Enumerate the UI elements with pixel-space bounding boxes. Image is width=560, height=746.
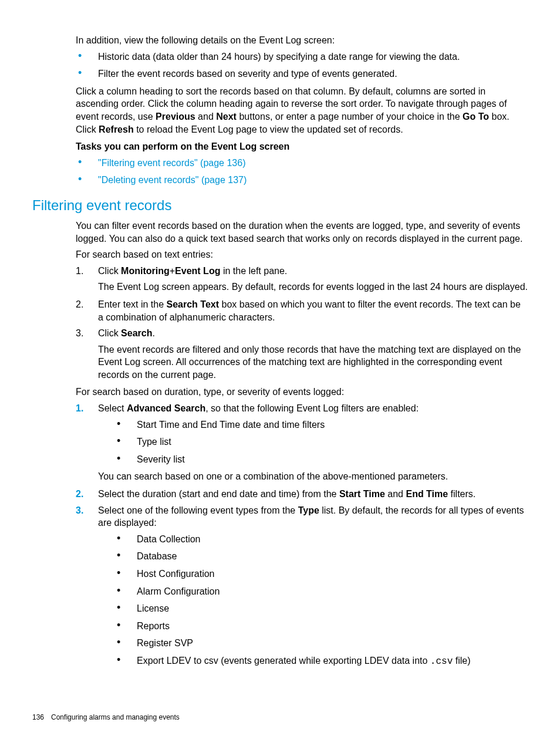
list-item: Data Collection (117, 533, 528, 546)
monitoring-label: Monitoring (121, 266, 170, 276)
list-item: Start Time and End Time date and time fi… (117, 418, 528, 431)
advanced-search-label: Advanced Search (127, 403, 205, 413)
list-item: License (117, 602, 528, 615)
text-run: Select (98, 403, 127, 413)
list-item: Host Configuration (117, 568, 528, 580)
step-item: Click Search. The event records are filt… (76, 327, 528, 381)
section-intro: You can filter event records based on th… (76, 220, 528, 245)
intro-bullets: Historic data (data older than 24 hours)… (76, 50, 528, 80)
section-body: You can filter event records based on th… (76, 220, 528, 669)
document-page: In addition, view the following details … (0, 0, 560, 746)
text-run: and (195, 112, 217, 121)
step-item: Click Monitoring+Event Log in the left p… (76, 265, 528, 293)
event-log-label: Event Log (175, 266, 220, 276)
list-item: Filter the event records based on severi… (76, 67, 528, 80)
filter-list: Start Time and End Time date and time fi… (117, 418, 528, 466)
list-item: Export LDEV to csv (events generated whi… (117, 654, 528, 669)
type-label: Type (298, 505, 319, 515)
list-item: Alarm Configuration (117, 585, 528, 598)
list-item: "Filtering event records" (page 136) (76, 157, 528, 170)
advanced-search-steps: Select Advanced Search, so that the foll… (76, 402, 528, 669)
list-item: Type list (117, 436, 528, 448)
next-label: Next (216, 112, 237, 121)
list-item: Register SVP (117, 637, 528, 650)
page-number: 136 (32, 713, 44, 721)
text-run: Click (98, 328, 121, 338)
text-run: + (170, 266, 175, 276)
text-run: . (152, 328, 154, 338)
page-footer: 136Configuring alarms and managing event… (32, 713, 180, 721)
text-search-steps: Click Monitoring+Event Log in the left p… (76, 265, 528, 382)
text-run: Click (98, 266, 121, 276)
text-search-lead: For search based on text entries: (76, 248, 528, 261)
step-followup: You can search based on one or a combina… (98, 470, 528, 483)
footer-title: Configuring alarms and managing events (51, 713, 180, 721)
tasks-subheading: Tasks you can perform on the Event Log s… (76, 140, 528, 153)
text-run: buttons, or enter a page number of your … (237, 112, 463, 121)
text-run: filters. (448, 489, 475, 499)
refresh-label: Refresh (99, 124, 134, 134)
intro-line: In addition, view the following details … (76, 34, 528, 47)
search-label: Search (121, 328, 152, 338)
text-run: to reload the Event Log page to view the… (134, 124, 403, 134)
step-item: Select the duration (start and end date … (76, 488, 528, 501)
deleting-link[interactable]: "Deleting event records" (page 137) (98, 175, 247, 185)
filtering-link[interactable]: "Filtering event records" (page 136) (98, 158, 245, 168)
advanced-search-lead: For search based on duration, type, or s… (76, 386, 528, 399)
text-run: in the left pane. (220, 266, 287, 276)
list-item: "Deleting event records" (page 137) (76, 174, 528, 187)
step-item: Select one of the following event types … (76, 504, 528, 669)
goto-label: Go To (463, 112, 489, 121)
section-heading: Filtering event records (32, 197, 528, 214)
step-item: Select Advanced Search, so that the foll… (76, 402, 528, 483)
list-item: Historic data (data older than 24 hours)… (76, 50, 528, 63)
step-item: Enter text in the Search Text box based … (76, 298, 528, 323)
end-time-label: End Time (406, 489, 448, 499)
search-text-label: Search Text (167, 299, 220, 309)
text-run: Enter text in the (98, 299, 167, 309)
text-run: file) (453, 656, 470, 666)
step-followup: The event records are filtered and only … (98, 343, 528, 382)
content-block: In addition, view the following details … (76, 34, 528, 187)
list-item: Database (117, 550, 528, 563)
text-run: , so that the following Event Log filter… (205, 403, 419, 413)
start-time-label: Start Time (339, 489, 385, 499)
csv-ext: .csv (430, 656, 453, 667)
sort-paragraph: Click a column heading to sort the recor… (76, 85, 528, 136)
text-run: Select the duration (start and end date … (98, 489, 339, 499)
text-run: Select one of the following event types … (98, 505, 298, 515)
event-type-list: Data Collection Database Host Configurat… (117, 533, 528, 669)
list-item: Severity list (117, 453, 528, 466)
list-item: Reports (117, 620, 528, 633)
step-followup: The Event Log screen appears. By default… (98, 281, 528, 293)
text-run: Export LDEV to csv (events generated whi… (137, 656, 430, 666)
text-run: and (385, 489, 406, 499)
task-links: "Filtering event records" (page 136) "De… (76, 157, 528, 187)
previous-label: Previous (156, 112, 195, 121)
